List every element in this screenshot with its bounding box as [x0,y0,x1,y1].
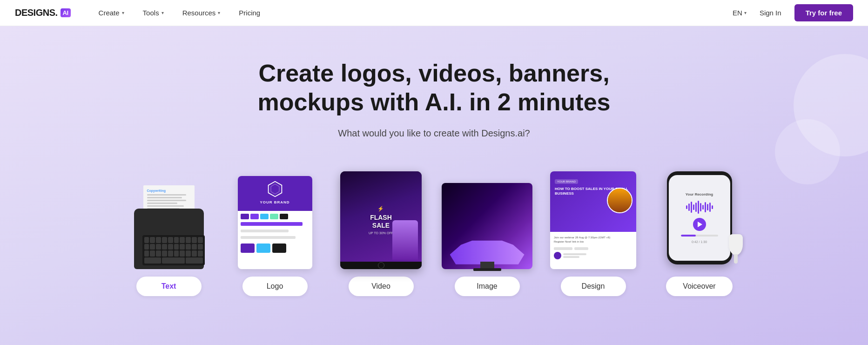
video-card-button[interactable]: Video [349,277,414,296]
language-selector[interactable]: EN ▾ [733,9,747,17]
webinar-speaker-photo [607,188,632,213]
nav-links: Create ▾ Tools ▾ Resources ▾ Pricing [89,5,733,20]
voiceover-card-button[interactable]: Voiceover [666,277,732,296]
hero-title: Create logos, videos, banners, mockups w… [234,59,634,117]
brand-logo[interactable]: DESIGNS. AI [15,7,71,18]
ai-badge: AI [61,8,71,17]
image-card-button[interactable]: Image [455,277,520,296]
sign-in-link[interactable]: Sign In [754,5,787,20]
nav-pricing[interactable]: Pricing [229,5,269,20]
hex-icon [267,181,283,197]
typewriter-illustration: Copywriting [129,185,209,269]
voiceover-illustration: Your Recording [660,171,739,269]
navbar: DESIGNS. AI Create ▾ Tools ▾ Resources ▾… [0,0,868,26]
logo-illustration: YOUR BRAND [238,176,312,269]
card-logo[interactable]: YOUR BRAND [229,171,322,296]
voiceover-card-image: Your Recording [653,171,746,269]
card-image[interactable]: Image [441,167,534,296]
nav-resources[interactable]: Resources ▾ [173,5,230,20]
video-illustration: ⚡ FLASH SALE UP TO 30% OFF [340,171,422,269]
image-illustration [442,183,532,269]
logo-card-image: YOUR BRAND [229,171,322,269]
text-card-image: Copywriting [122,171,215,269]
airpod-icon [729,234,743,255]
chevron-down-icon: ▾ [744,10,747,15]
cards-row: Copywriting [108,167,760,296]
svg-marker-0 [268,182,282,196]
design-illustration: YOUR BRAND HOW TO BOOST SALES IN YOUR SM… [550,171,636,269]
image-card-image [441,167,534,269]
nav-right: EN ▾ Sign In Try for free [733,4,853,21]
text-card-button[interactable]: Text [136,277,202,296]
brand-name: DESIGNS. [15,7,58,18]
card-design[interactable]: YOUR BRAND HOW TO BOOST SALES IN YOUR SM… [547,171,640,296]
card-video[interactable]: ⚡ FLASH SALE UP TO 30% OFF Video [335,171,428,296]
logo-card-button[interactable]: Logo [242,277,308,296]
design-card-button[interactable]: Design [561,277,626,296]
nav-create[interactable]: Create ▾ [89,5,134,20]
hero-subtitle: What would you like to create with Desig… [338,128,530,139]
design-card-image: YOUR BRAND HOW TO BOOST SALES IN YOUR SM… [547,171,640,269]
chevron-down-icon: ▾ [218,10,220,15]
car-icon [450,237,525,264]
chevron-down-icon: ▾ [161,10,164,15]
video-card-image: ⚡ FLASH SALE UP TO 30% OFF [335,171,428,269]
nav-tools[interactable]: Tools ▾ [134,5,173,20]
svg-marker-1 [271,184,279,194]
chevron-down-icon: ▾ [122,10,124,15]
card-voiceover[interactable]: Your Recording [653,171,746,296]
hero-section: Create logos, videos, banners, mockups w… [0,26,868,345]
try-free-button[interactable]: Try for free [794,4,853,21]
card-text[interactable]: Copywriting [122,171,215,296]
